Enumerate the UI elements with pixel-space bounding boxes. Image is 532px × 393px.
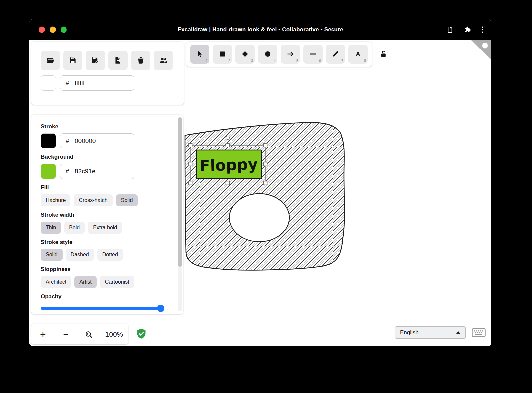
tool-selection[interactable]: 1 bbox=[190, 45, 209, 64]
hash-prefix: # bbox=[60, 79, 75, 87]
stroke-style-solid[interactable]: Solid bbox=[41, 249, 63, 261]
canvas-background-input[interactable] bbox=[75, 79, 128, 87]
file-toolbar: # bbox=[31, 42, 184, 105]
text-tool-icon: A bbox=[354, 50, 362, 58]
tool-line[interactable]: 6 bbox=[303, 45, 323, 64]
handle-top-left[interactable] bbox=[189, 144, 192, 147]
tool-ellipse[interactable]: 4 bbox=[258, 45, 277, 64]
sloppiness-cartoonist[interactable]: Cartoonist bbox=[100, 276, 134, 288]
extensions-puzzle-icon[interactable] bbox=[464, 26, 471, 34]
handle-top-right[interactable] bbox=[264, 144, 267, 147]
stroke-style-dotted[interactable]: Dotted bbox=[97, 249, 123, 261]
sloppiness-artist[interactable]: Artist bbox=[74, 276, 96, 288]
tool-shortcut: 4 bbox=[274, 59, 276, 63]
sloppiness-section: Sloppiness Architect Artist Cartoonist bbox=[41, 266, 170, 288]
canvas-background-hex-field: # bbox=[60, 75, 134, 91]
handle-bottom-right[interactable] bbox=[264, 181, 267, 185]
desktop-background: Excalidraw | Hand-drawn look & feel • Co… bbox=[0, 0, 532, 393]
save-as-button[interactable] bbox=[86, 51, 105, 70]
save-as-icon bbox=[91, 56, 100, 65]
encrypted-shield-icon[interactable] bbox=[136, 328, 147, 340]
export-button[interactable] bbox=[108, 51, 128, 70]
background-label: Background bbox=[41, 154, 170, 160]
chevron-up-icon bbox=[456, 331, 461, 334]
handle-top-mid[interactable] bbox=[226, 144, 230, 147]
fill-option-solid[interactable]: Solid bbox=[116, 194, 138, 206]
save-button[interactable] bbox=[63, 51, 82, 70]
folder-open-icon bbox=[46, 56, 55, 65]
stroke-color-input[interactable] bbox=[75, 137, 128, 145]
shape-text[interactable]: Floppy bbox=[200, 155, 258, 175]
clear-canvas-button[interactable] bbox=[131, 51, 150, 70]
zoom-reset-button[interactable] bbox=[77, 324, 100, 344]
zoom-out-button[interactable]: − bbox=[54, 324, 77, 344]
collaboration-button[interactable] bbox=[154, 51, 173, 70]
document-icon[interactable] bbox=[446, 26, 454, 33]
opacity-slider[interactable] bbox=[41, 305, 164, 312]
tool-shortcut: 1 bbox=[206, 59, 208, 63]
zoom-level: 100% bbox=[100, 330, 128, 338]
language-select[interactable]: English bbox=[395, 326, 466, 339]
background-color-input[interactable] bbox=[75, 168, 128, 175]
open-button[interactable] bbox=[41, 51, 60, 70]
handle-bottom-mid[interactable] bbox=[226, 181, 230, 185]
save-floppy-icon bbox=[68, 56, 77, 65]
stroke-color-swatch[interactable] bbox=[41, 133, 56, 148]
stroke-width-bold[interactable]: Bold bbox=[64, 222, 85, 234]
fill-label: Fill bbox=[41, 184, 170, 191]
floppy-hub-hole[interactable] bbox=[229, 194, 289, 242]
stroke-width-thin[interactable]: Thin bbox=[41, 222, 61, 234]
window-title: Excalidraw | Hand-drawn look & feel • Co… bbox=[29, 26, 491, 33]
panel-scrollbar[interactable] bbox=[178, 117, 182, 311]
tool-shortcut: 8 bbox=[364, 59, 366, 63]
stroke-width-extra-bold[interactable]: Extra bold bbox=[88, 222, 122, 234]
line-icon bbox=[309, 50, 317, 58]
stroke-style-label: Stroke style bbox=[41, 239, 170, 246]
octocat-icon[interactable] bbox=[480, 41, 490, 51]
titlebar[interactable]: Excalidraw | Hand-drawn look & feel • Co… bbox=[29, 19, 491, 40]
tool-draw[interactable]: 7 bbox=[326, 45, 345, 64]
tool-rectangle[interactable]: 2 bbox=[213, 45, 232, 64]
fill-section: Fill Hachure Cross-hatch Solid bbox=[41, 184, 170, 206]
diamond-icon bbox=[241, 50, 249, 58]
lock-toggle[interactable] bbox=[380, 49, 388, 60]
handle-bottom-left[interactable] bbox=[189, 181, 192, 185]
sloppiness-label: Sloppiness bbox=[41, 266, 170, 273]
language-selected: English bbox=[400, 329, 419, 336]
selected-rectangle[interactable]: Floppy bbox=[196, 150, 261, 179]
opacity-slider-track bbox=[41, 307, 164, 310]
fill-option-hachure[interactable]: Hachure bbox=[41, 194, 70, 206]
panel-scrollbar-thumb[interactable] bbox=[178, 117, 182, 267]
zoom-in-button[interactable]: + bbox=[31, 324, 54, 344]
handle-mid-left[interactable] bbox=[189, 162, 192, 166]
opacity-slider-thumb[interactable] bbox=[157, 305, 164, 312]
tool-shortcut: 2 bbox=[228, 59, 230, 63]
circle-icon bbox=[264, 50, 272, 58]
fill-option-crosshatch[interactable]: Cross-hatch bbox=[74, 194, 112, 206]
stroke-style-dashed[interactable]: Dashed bbox=[66, 249, 94, 261]
tool-shortcut: 7 bbox=[341, 59, 343, 63]
stroke-section: Stroke # bbox=[41, 123, 170, 148]
background-section: Background # bbox=[41, 154, 170, 179]
keyboard-shortcuts-icon[interactable] bbox=[472, 328, 486, 337]
handle-mid-right[interactable] bbox=[264, 162, 267, 166]
unlocked-padlock-icon bbox=[380, 49, 388, 59]
rotate-handle[interactable] bbox=[226, 136, 230, 140]
stroke-width-section: Stroke width Thin Bold Extra bold bbox=[41, 212, 170, 234]
tool-palette: 1 2 3 4 bbox=[186, 42, 372, 67]
arrow-icon bbox=[286, 50, 294, 58]
hash-prefix: # bbox=[60, 168, 75, 175]
tool-diamond[interactable]: 3 bbox=[235, 45, 255, 64]
background-hex-field: # bbox=[60, 164, 134, 179]
properties-panel: Stroke # Background # bbox=[31, 115, 183, 314]
opacity-section: Opacity bbox=[41, 293, 170, 312]
tool-shortcut: 6 bbox=[319, 59, 321, 63]
tool-text[interactable]: A 8 bbox=[348, 45, 368, 64]
canvas-background-swatch[interactable] bbox=[41, 75, 56, 91]
tool-arrow[interactable]: 5 bbox=[281, 45, 300, 64]
background-color-swatch[interactable] bbox=[41, 164, 56, 179]
app-window: Excalidraw | Hand-drawn look & feel • Co… bbox=[29, 19, 491, 346]
stroke-hex-field: # bbox=[60, 133, 134, 148]
sloppiness-architect[interactable]: Architect bbox=[41, 276, 71, 288]
menu-kebab-icon[interactable] bbox=[481, 26, 484, 34]
